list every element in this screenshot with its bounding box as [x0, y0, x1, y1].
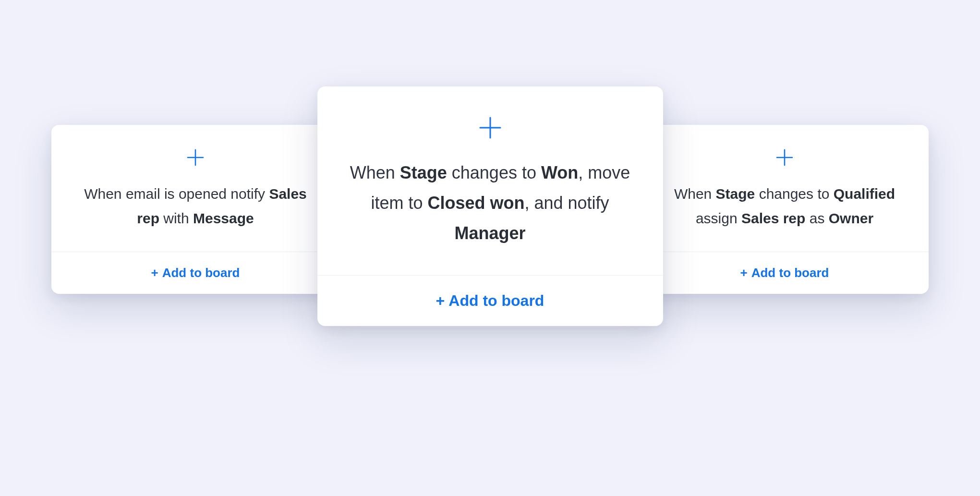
add-to-board-label: Add to board [162, 266, 240, 280]
plus-icon[interactable] [775, 148, 794, 167]
automation-card-center: When Stage changes to Won, move item to … [317, 86, 663, 326]
card-body: When Stage changes to Qualified assign S… [641, 167, 929, 252]
add-to-board-button[interactable]: + Add to board [436, 292, 544, 310]
plus-icon-wrap [317, 86, 663, 140]
add-to-board-label: Add to board [751, 266, 829, 280]
plus-sign: + [740, 266, 748, 280]
recipe-text: When Stage changes to Qualified assign S… [662, 181, 907, 230]
add-to-board-button[interactable]: + Add to board [740, 266, 829, 280]
recipe-text: When Stage changes to Won, move item to … [344, 157, 636, 248]
card-footer: + Add to board [51, 252, 339, 294]
card-footer: + Add to board [317, 275, 663, 326]
automation-card-left: When email is opened notify Sales rep wi… [51, 125, 339, 294]
plus-icon[interactable] [186, 148, 205, 167]
add-to-board-button[interactable]: + Add to board [151, 266, 240, 280]
card-footer: + Add to board [641, 252, 929, 294]
add-to-board-label: Add to board [448, 292, 544, 310]
plus-icon[interactable] [478, 115, 503, 140]
card-body: When Stage changes to Won, move item to … [317, 140, 663, 275]
automation-cards-stage: When email is opened notify Sales rep wi… [0, 0, 980, 496]
automation-card-right: When Stage changes to Qualified assign S… [641, 125, 929, 294]
plus-icon-wrap [641, 125, 929, 167]
card-body: When email is opened notify Sales rep wi… [51, 167, 339, 252]
recipe-text: When email is opened notify Sales rep wi… [73, 181, 318, 230]
plus-sign: + [151, 266, 158, 280]
plus-sign: + [436, 292, 445, 310]
plus-icon-wrap [51, 125, 339, 167]
